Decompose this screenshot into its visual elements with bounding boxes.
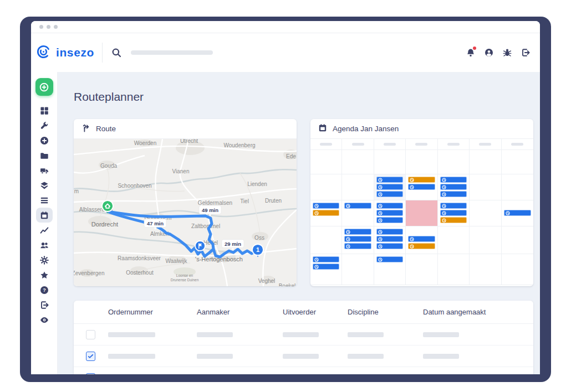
sidebar-item-files[interactable] [36,148,53,163]
row-checkbox[interactable] [86,330,95,339]
agenda-cell[interactable] [470,150,501,174]
agenda-cell[interactable] [310,150,342,174]
table-row[interactable] [74,367,533,374]
agenda-event-blue[interactable] [344,203,371,209]
agenda-day-header [342,139,374,150]
agenda-event-blue[interactable] [376,191,403,197]
sidebar-item-help[interactable]: ? [36,282,53,297]
agenda-grid [310,139,533,285]
sidebar-item-create[interactable] [35,78,53,96]
agenda-cell[interactable] [470,254,501,285]
agenda-cell[interactable] [470,200,501,226]
agenda-cell[interactable] [374,254,406,285]
logout-button[interactable] [520,47,531,58]
agenda-event-blue[interactable] [344,243,371,249]
agenda-cell[interactable] [438,200,470,226]
sidebar-item-tools[interactable] [36,118,53,133]
table-row[interactable] [74,345,533,367]
sidebar-item-statistics[interactable] [36,223,53,238]
agenda-cell[interactable] [406,150,437,174]
agenda-cell[interactable] [438,226,470,254]
account-button[interactable] [483,47,494,58]
row-checkbox-checked[interactable] [86,352,95,361]
agenda-event-blue[interactable] [376,236,403,242]
agenda-event-orange[interactable] [408,243,435,249]
agenda-cell[interactable] [310,174,342,200]
sidebar-item-orders[interactable] [36,193,53,208]
agenda-event-blue[interactable] [376,217,403,223]
agenda-event-blue[interactable] [344,229,371,235]
sidebar-item-team[interactable] [36,238,53,252]
agenda-cell[interactable] [438,254,470,285]
map-city-label: Loonse en [176,274,193,277]
agenda-cell[interactable] [406,254,437,285]
agenda-event-blue[interactable] [376,184,403,190]
agenda-cell[interactable] [342,174,374,200]
agenda-event-blue[interactable] [376,210,403,216]
sidebar-item-transport[interactable] [36,163,53,178]
agenda-cell[interactable] [374,226,406,254]
agenda-event-blue[interactable] [408,236,435,242]
agenda-cell[interactable] [438,174,470,200]
agenda-event-blue[interactable] [440,191,467,197]
agenda-cell[interactable] [342,254,374,285]
agenda-event-blue[interactable] [376,243,403,249]
agenda-cell[interactable] [406,174,437,200]
orders-table-header: OrdernummerAanmakerUitvoerderDisciplineD… [74,301,533,324]
agenda-cell[interactable] [470,226,501,254]
agenda-cell[interactable] [502,226,533,254]
agenda-cell[interactable] [342,226,374,254]
agenda-event-blue[interactable] [440,210,467,216]
table-row[interactable] [74,324,533,345]
agenda-cell[interactable] [310,226,342,254]
agenda-event-blue[interactable] [344,236,371,242]
sidebar-item-planner[interactable] [36,208,53,223]
sidebar-item-favorites[interactable] [36,267,53,282]
agenda-event-blue[interactable] [313,256,339,262]
agenda-cell[interactable] [438,150,470,174]
sidebar-item-dashboard[interactable] [36,103,53,118]
agenda-event-blue[interactable] [440,203,467,209]
agenda-event-orange[interactable] [408,177,435,183]
search-input[interactable] [131,50,213,55]
sidebar-item-settings[interactable] [36,252,53,267]
notifications-button[interactable] [465,47,476,58]
agenda-cell[interactable] [374,174,406,200]
agenda-cell[interactable] [502,150,533,174]
row-checkbox-checked[interactable] [86,373,95,375]
agenda-cell[interactable] [310,254,342,285]
sidebar-item-signout[interactable] [36,297,53,312]
agenda-event-blue[interactable] [313,264,339,270]
agenda-cell[interactable] [342,150,374,174]
agenda-event-blue[interactable] [408,184,435,190]
agenda-cell[interactable] [502,174,533,200]
sidebar-item-add[interactable] [36,133,53,148]
agenda-event-blue[interactable] [376,177,403,183]
brand[interactable]: insezo [36,44,94,61]
agenda-cell[interactable] [374,200,406,226]
search-icon[interactable] [111,48,121,58]
agenda-cell[interactable] [342,200,374,226]
agenda-event-orange[interactable] [313,210,339,216]
agenda-cell[interactable] [374,150,406,174]
agenda-cell[interactable] [502,200,533,226]
route-map[interactable]: WoerdenUtrechtWoudenbergEdeGoudaVianenSc… [74,139,297,286]
sidebar-item-view[interactable] [36,312,53,327]
app-body: ? Routeplanner [31,72,540,374]
agenda-event-blue[interactable] [313,203,339,209]
agenda-event-blue[interactable] [376,256,403,262]
agenda-event-orange[interactable] [440,217,467,223]
debug-button[interactable] [502,47,513,58]
agenda-event-blue[interactable] [440,184,467,190]
agenda-cell[interactable] [310,200,342,226]
agenda-cell[interactable] [406,226,437,254]
agenda-event-blue[interactable] [376,203,403,209]
agenda-event-blue[interactable] [440,177,467,183]
agenda-event-blue[interactable] [376,229,403,235]
agenda-cell[interactable] [502,254,533,285]
agenda-cell[interactable] [406,200,437,226]
agenda-cell[interactable] [470,174,501,200]
svg-text:1: 1 [256,246,259,253]
agenda-event-blue[interactable] [504,210,531,216]
sidebar-item-layers[interactable] [36,178,53,193]
